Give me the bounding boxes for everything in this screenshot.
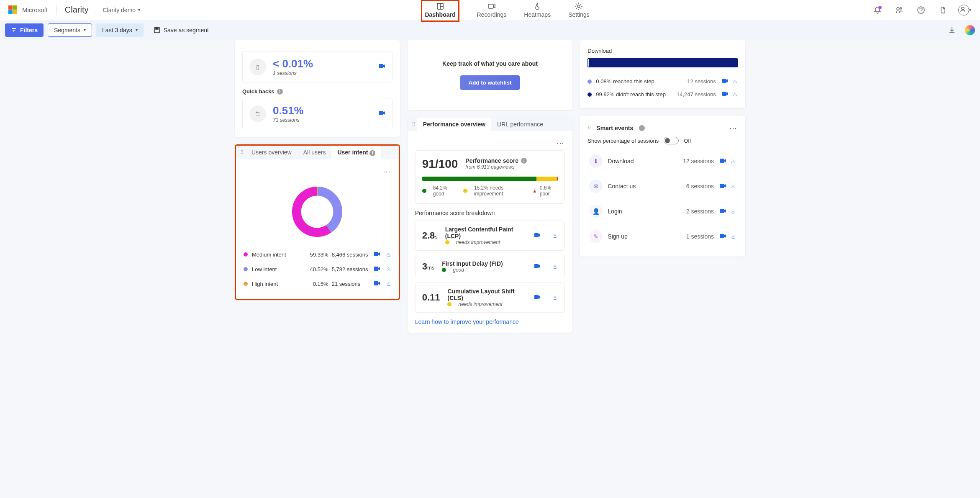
svg-point-4 bbox=[577, 5, 580, 8]
svg-point-5 bbox=[897, 8, 899, 10]
info-icon[interactable]: i bbox=[369, 150, 375, 156]
tab-label: Recordings bbox=[477, 11, 507, 18]
document-button[interactable] bbox=[936, 3, 950, 17]
date-range-button[interactable]: Last 3 days ▾ bbox=[96, 23, 144, 37]
flame-icon[interactable]: ♨ bbox=[731, 158, 736, 164]
video-icon[interactable] bbox=[534, 294, 541, 302]
download-not-reached[interactable]: 99.92% didn't reach this step14,247 sess… bbox=[587, 88, 738, 101]
metric-dead-clicks[interactable]: ▯ < 0.01% 1 sessions bbox=[242, 51, 393, 82]
cls-row[interactable]: 0.11 Cumulative Layout Shift (CLS)needs … bbox=[415, 282, 565, 313]
document-icon bbox=[939, 6, 947, 14]
tab-all-users[interactable]: All users bbox=[298, 146, 332, 159]
tab-settings[interactable]: Settings bbox=[568, 2, 590, 20]
help-button[interactable] bbox=[914, 3, 928, 17]
event-row[interactable]: 👤Login2 sessions♨ bbox=[587, 199, 738, 224]
video-icon[interactable] bbox=[722, 77, 729, 85]
dashboard-icon bbox=[436, 2, 444, 10]
event-icon: 👤 bbox=[589, 205, 603, 218]
project-name: Clarity demo bbox=[103, 7, 136, 13]
perf-score-label: Performance scorei bbox=[465, 157, 527, 164]
tab-users-overview[interactable]: Users overview bbox=[246, 146, 298, 159]
tab-heatmaps[interactable]: Heatmaps bbox=[524, 2, 551, 20]
video-icon[interactable] bbox=[720, 182, 726, 190]
download-report-button[interactable] bbox=[945, 23, 959, 37]
share-button[interactable] bbox=[892, 3, 906, 17]
notification-dot-icon bbox=[878, 6, 882, 9]
video-icon[interactable] bbox=[720, 233, 726, 241]
save-segment-button[interactable]: Save as segment bbox=[148, 23, 215, 37]
video-icon[interactable] bbox=[534, 263, 541, 271]
event-row[interactable]: ✎Sign up1 sessions♨ bbox=[587, 224, 738, 249]
event-name: Contact us bbox=[608, 183, 686, 190]
drag-handle-icon[interactable]: ⠿ bbox=[587, 125, 590, 131]
event-row[interactable]: ✉Contact us6 sessions♨ bbox=[587, 174, 738, 199]
tab-label: Settings bbox=[568, 11, 590, 18]
watchlist-card: Keep track of what you care about Add to… bbox=[408, 40, 573, 110]
svg-rect-25 bbox=[722, 79, 726, 83]
info-icon[interactable]: i bbox=[639, 125, 645, 131]
svg-point-6 bbox=[900, 8, 902, 9]
flame-icon[interactable]: ♨ bbox=[733, 78, 738, 85]
video-icon[interactable] bbox=[374, 280, 380, 288]
flame-icon[interactable]: ♨ bbox=[731, 183, 736, 190]
chevron-down-icon: ▾ bbox=[969, 8, 971, 12]
warning-icon: ▲ bbox=[532, 188, 537, 194]
video-icon[interactable] bbox=[379, 110, 385, 118]
flame-icon[interactable]: ♨ bbox=[386, 266, 391, 272]
copilot-button[interactable] bbox=[965, 25, 975, 35]
project-dropdown[interactable]: Clarity demo ▾ bbox=[103, 7, 141, 13]
help-icon bbox=[917, 6, 925, 14]
video-icon[interactable] bbox=[722, 90, 729, 98]
flame-icon[interactable]: ♨ bbox=[552, 232, 558, 239]
fid-row[interactable]: 3ms First Input Delay (FID)good ♨ bbox=[415, 255, 565, 278]
video-icon[interactable] bbox=[379, 63, 385, 71]
account-menu[interactable]: ▾ bbox=[957, 3, 972, 17]
tab-dashboard[interactable]: Dashboard bbox=[425, 2, 455, 20]
tab-user-intent[interactable]: User intent i bbox=[331, 146, 381, 159]
perf-distribution-bar bbox=[422, 177, 558, 181]
download-reached[interactable]: 0.08% reached this step12 sessions♨ bbox=[587, 75, 738, 88]
legend-medium-intent[interactable]: Medium intent59.33%8,466 sessions♨ bbox=[244, 247, 391, 262]
tab-recordings[interactable]: Recordings bbox=[477, 2, 507, 20]
flame-icon[interactable]: ♨ bbox=[733, 91, 738, 98]
filters-button[interactable]: Filters bbox=[5, 23, 44, 37]
svg-rect-14 bbox=[379, 64, 383, 68]
info-icon[interactable]: i bbox=[277, 89, 283, 95]
video-icon[interactable] bbox=[374, 265, 380, 273]
card-menu[interactable]: ⋯ bbox=[729, 123, 738, 133]
lcp-row[interactable]: 2.8s Largest Contentful Paint (LCP)needs… bbox=[415, 221, 565, 251]
flame-icon[interactable]: ♨ bbox=[386, 281, 391, 287]
metric-value: 0.51% bbox=[273, 104, 304, 117]
legend-high-intent[interactable]: High intent0.15%21 sessions♨ bbox=[244, 277, 391, 291]
tab-performance-overview[interactable]: Performance overview bbox=[417, 118, 491, 131]
smart-events-title: Smart events bbox=[596, 125, 633, 131]
metric-subtext: 1 sessions bbox=[273, 70, 313, 76]
flame-icon[interactable]: ♨ bbox=[731, 208, 736, 215]
card-menu[interactable]: ⋯ bbox=[244, 167, 391, 176]
video-icon[interactable] bbox=[720, 208, 726, 216]
segments-button[interactable]: Segments ▾ bbox=[48, 23, 92, 37]
add-to-watchlist-button[interactable]: Add to watchlist bbox=[460, 75, 520, 90]
drag-handle-icon[interactable]: ⠿ bbox=[236, 149, 246, 155]
flame-icon[interactable]: ♨ bbox=[552, 294, 558, 301]
info-icon[interactable]: i bbox=[521, 158, 527, 164]
tab-url-performance[interactable]: URL performance bbox=[491, 118, 549, 131]
flame-icon[interactable]: ♨ bbox=[552, 263, 558, 270]
drag-handle-icon[interactable]: ⠿ bbox=[408, 121, 417, 127]
flame-icon[interactable]: ♨ bbox=[731, 233, 736, 240]
learn-performance-link[interactable]: Learn how to improve your performance bbox=[415, 318, 519, 325]
video-icon[interactable] bbox=[534, 232, 541, 240]
video-icon[interactable] bbox=[374, 251, 380, 259]
svg-rect-23 bbox=[534, 264, 539, 268]
percentage-toggle[interactable] bbox=[664, 137, 679, 144]
flame-icon[interactable]: ♨ bbox=[386, 252, 391, 258]
notifications-button[interactable] bbox=[870, 3, 885, 17]
card-menu[interactable]: ⋯ bbox=[415, 139, 565, 148]
event-row[interactable]: ⬇Download12 sessions♨ bbox=[587, 149, 738, 174]
metric-quick-backs[interactable]: ⮌ 0.51% 73 sessions bbox=[242, 98, 393, 129]
video-icon[interactable] bbox=[720, 157, 726, 165]
svg-rect-26 bbox=[722, 92, 726, 96]
event-icon: ✎ bbox=[589, 230, 603, 243]
filter-bar: Filters Segments ▾ Last 3 days ▾ Save as… bbox=[0, 20, 980, 40]
legend-low-intent[interactable]: Low intent40.52%5,782 sessions♨ bbox=[244, 262, 391, 277]
